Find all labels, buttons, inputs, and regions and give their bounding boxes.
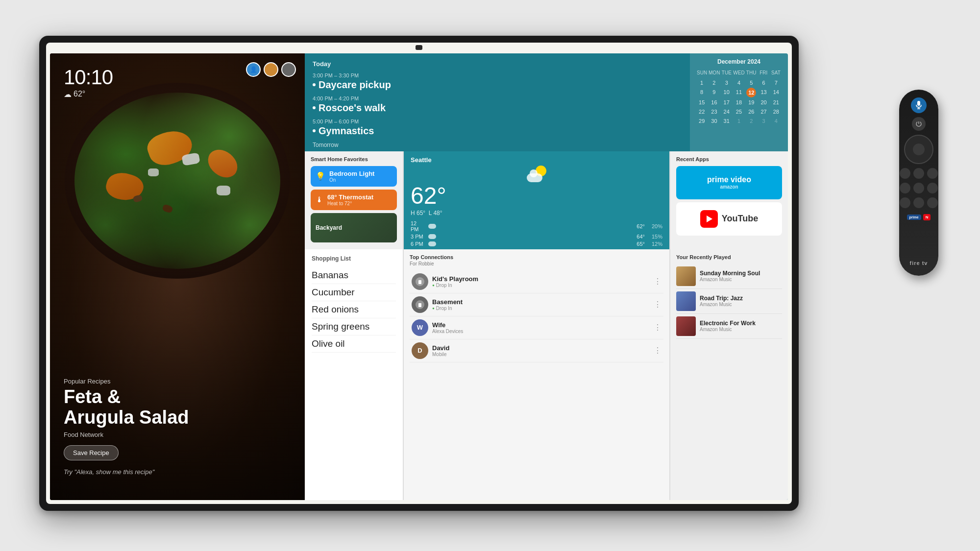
music-info-1: Sunday Morning Soul Amazon Music [700,270,782,282]
prime-video-app[interactable]: prime video amazon [676,166,782,199]
tomorrow-label: Tomorrow [313,142,682,148]
scene: 👤 10:10 ☁ 62° Popular Recipes [24,26,956,526]
basement-avatar [412,296,428,313]
music-item-2[interactable]: Road Trip: Jazz Amazon Music [676,289,782,314]
smart-home-panel: Smart Home Favorites 💡 Bedroom Light On … [305,151,403,249]
basement-status: ● Drop In [432,306,650,311]
recipe-title-line1: Feta & [64,386,121,407]
event-item-2[interactable]: 4:00 PM – 4:20 PM Roscoe's walk [313,96,682,114]
back-button[interactable] [900,168,910,179]
today-label: Today [313,60,682,68]
basement-more-icon[interactable]: ⋮ [654,300,662,309]
today-date[interactable]: 12 [746,88,756,97]
kids-playroom-status: ● Drop In [432,283,650,288]
today-section: Today 3:00 PM – 3:30 PM Daycare pickup 4… [305,53,690,151]
prime-video-logo: prime video amazon [707,175,751,190]
camera-label: Backyard [316,224,342,231]
calendar-days-header: SUN MON TUE WED THU FRI SAT [696,69,782,76]
menu-button[interactable] [927,168,938,179]
calendar-grid: 1 2 3 4 5 6 7 8 9 10 11 [696,78,782,125]
light-name: Bedroom Light [329,170,392,177]
nav-center-button[interactable] [913,144,925,155]
backyard-camera-item[interactable]: Backyard [311,213,397,242]
recipe-title-line2: Arugula Salad [64,407,189,428]
camera-dot [416,45,422,50]
connection-wife[interactable]: W Wife Alexa Devices ⋮ [410,316,663,339]
basement-icon [415,300,425,310]
kids-playroom-more-icon[interactable]: ⋮ [654,277,662,286]
music-source-2: Amazon Music [700,302,782,307]
music-info-2: Road Trip: Jazz Amazon Music [700,295,782,307]
wife-more-icon[interactable]: ⋮ [654,323,662,332]
rewind-button[interactable] [900,183,910,193]
streaming-buttons-row: prime N [907,214,931,220]
thermostat-status: Heat to 72° [327,201,392,206]
mic-icon [915,101,922,110]
home-button[interactable] [913,168,924,179]
cloud-icon-3 [428,241,436,246]
connections-title: Top Connections [410,254,663,260]
light-text: Bedroom Light On [329,170,392,183]
save-recipe-button[interactable]: Save Recipe [64,445,119,460]
prime-sub: amazon [720,184,738,190]
user-avatars: 👤 [246,62,296,77]
avatar-1: 👤 [246,62,261,77]
temperature: 62° [74,90,85,98]
music-item-3[interactable]: Electronic For Work Amazon Music [676,314,782,339]
connections-panel: Top Connections For Robbie Kid's Playroo… [404,249,669,500]
forecast-row-2: 3 PM 64° 15% [411,234,662,240]
wife-info: Wife Alexa Devices [432,321,650,334]
partial-sun-icon [527,166,546,182]
event-time-2: 4:00 PM – 4:20 PM [313,96,682,101]
firetv-label: fire tv [910,260,928,266]
david-info: David Mobile [432,344,650,357]
tv-frame: 👤 10:10 ☁ 62° Popular Recipes [39,36,799,511]
david-more-icon[interactable]: ⋮ [654,346,662,355]
music-title-2: Road Trip: Jazz [700,295,782,302]
fast-forward-button[interactable] [927,183,938,193]
time-display: 10:10 ☁ 62° [64,67,113,99]
thermostat-item[interactable]: 🌡 68° Thermostat Heat to 72° [311,190,397,210]
thermostat-name: 68° Thermostat [327,193,392,201]
svg-rect-4 [917,101,920,106]
youtube-app[interactable]: YouTube [676,202,782,236]
shopping-item-bananas: Bananas [312,267,396,284]
recipe-info: Popular Recipes Feta & Arugula Salad Foo… [64,378,291,476]
netflix-button[interactable]: N [923,214,931,220]
connection-basement[interactable]: Basement ● Drop In ⋮ [410,293,663,316]
tv-bezel: 👤 10:10 ☁ 62° Popular Recipes [46,43,792,504]
weather-icon-large [411,166,662,182]
wife-avatar: W [412,319,428,336]
connection-kids-playroom[interactable]: Kid's Playroom ● Drop In ⋮ [410,270,663,293]
nav-ring[interactable] [904,135,933,164]
event-dot-2 [313,106,316,109]
wife-status: Alexa Devices [432,329,650,334]
recently-played-panel: Your Recently Played Sunday Morning Soul… [670,249,788,500]
prime-text: prime video [707,175,751,184]
play-pause-button[interactable] [913,183,924,193]
volume-up-button[interactable] [913,197,924,208]
thermostat-icon: 🌡 [316,195,323,204]
event-item-3[interactable]: 5:00 PM – 6:00 PM Gymnastics [313,119,682,137]
david-status: Mobile [432,352,650,357]
event-item-1[interactable]: 3:00 PM – 3:30 PM Daycare pickup [313,72,682,91]
event-name-1: Daycare pickup [313,79,682,91]
recent-apps-panel: Recent Apps prime video amazon [670,151,788,249]
prime-button[interactable]: prime [907,215,921,220]
volume-down-button[interactable] [900,197,910,208]
bedroom-light-item[interactable]: 💡 Bedroom Light On [311,166,397,187]
power-button[interactable] [912,117,926,131]
music-item-1[interactable]: Sunday Morning Soul Amazon Music [676,264,782,289]
recently-played-title: Your Recently Played [676,254,782,260]
speaker-icon [415,277,425,287]
event-dot-1 [313,83,316,86]
connection-david[interactable]: D David Mobile ⋮ [410,339,663,362]
youtube-text: YouTube [722,214,758,224]
event-time-1: 3:00 PM – 3:30 PM [313,72,682,78]
music-thumb-3 [676,316,696,336]
music-title-1: Sunday Morning Soul [700,270,782,277]
event-dot-3 [313,129,316,132]
mic-button[interactable] [911,97,927,113]
channel-button[interactable] [927,197,938,208]
recent-apps-title: Recent Apps [676,156,782,162]
